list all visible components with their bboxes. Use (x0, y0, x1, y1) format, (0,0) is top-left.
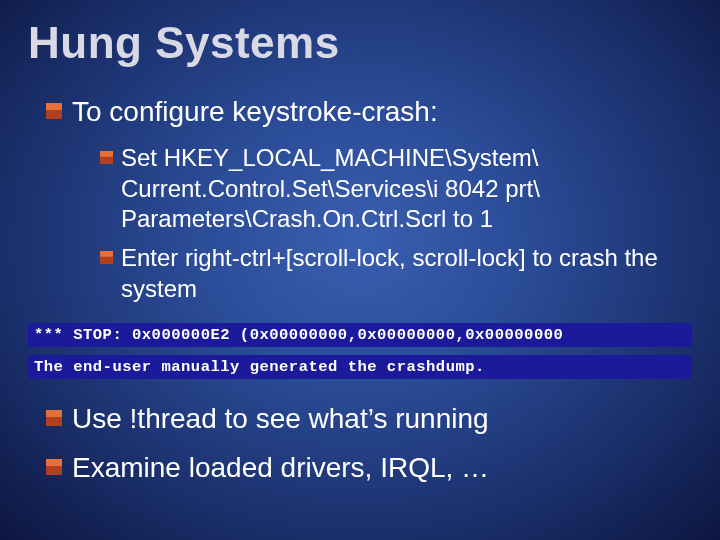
list-item: Examine loaded drivers, IRQL, … (46, 450, 692, 485)
svg-rect-9 (46, 459, 62, 466)
svg-rect-5 (100, 251, 113, 257)
bullet-icon (46, 410, 62, 426)
page-title: Hung Systems (28, 18, 692, 68)
bullet-icon (100, 251, 113, 264)
crashdump-line: The end-user manually generated the cras… (28, 355, 692, 379)
bullet-text: Set HKEY_LOCAL_MACHINE\System\ Current.C… (121, 143, 692, 235)
list-item: Use !thread to see what’s running (46, 401, 692, 436)
crashdump-gap (28, 347, 692, 355)
list-item: To configure keystroke-crash: (46, 94, 692, 129)
bullet-icon (100, 151, 113, 164)
bullet-text: Enter right-ctrl+[scroll-lock, scroll-lo… (121, 243, 692, 304)
bullet-icon (46, 459, 62, 475)
svg-rect-1 (46, 103, 62, 110)
slide: Hung Systems To configure keystroke-cras… (0, 0, 720, 485)
list-item: Enter right-ctrl+[scroll-lock, scroll-lo… (100, 243, 692, 304)
crashdump-line: *** STOP: 0x000000E2 (0x00000000,0x00000… (28, 323, 692, 347)
bullet-icon (46, 103, 62, 119)
bullet-text: To configure keystroke-crash: (72, 94, 692, 129)
bullet-text: Examine loaded drivers, IRQL, … (72, 450, 692, 485)
list-item: Set HKEY_LOCAL_MACHINE\System\ Current.C… (100, 143, 692, 235)
bullet-text: Use !thread to see what’s running (72, 401, 692, 436)
svg-rect-7 (46, 410, 62, 417)
crashdump-block: *** STOP: 0x000000E2 (0x00000000,0x00000… (28, 323, 692, 379)
svg-rect-3 (100, 151, 113, 157)
